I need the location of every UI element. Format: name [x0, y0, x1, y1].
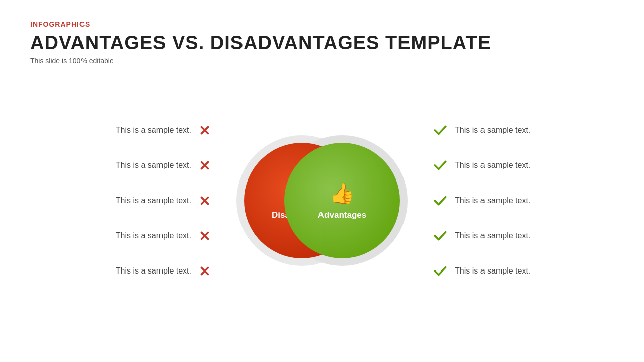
list-item: This is a sample text.: [116, 253, 211, 289]
adv-text-3: This is a sample text.: [455, 196, 530, 205]
check-icon-4: [433, 228, 448, 243]
adv-text-2: This is a sample text.: [455, 161, 530, 170]
main-title: ADVANTAGES VS. DISADVANTAGES TEMPLATE: [30, 32, 614, 54]
adv-text-4: This is a sample text.: [455, 231, 530, 240]
x-icon-1: [198, 124, 211, 137]
subtitle: This slide is 100% editable: [30, 57, 614, 65]
x-icon-4: [198, 229, 211, 242]
category-label: Infographics: [30, 20, 614, 28]
dis-text-4: This is a sample text.: [116, 231, 191, 240]
x-icon-3: [198, 194, 211, 207]
slide: Infographics ADVANTAGES VS. DISADVANTAGE…: [0, 0, 644, 362]
check-icon-3: [433, 193, 448, 208]
check-icon-1: [433, 123, 448, 138]
venn-diagram: 👎 Disadvantages 👍 Advantages: [221, 105, 423, 296]
list-item: This is a sample text.: [433, 218, 530, 253]
dis-text-3: This is a sample text.: [116, 196, 191, 205]
check-icon-5: [433, 263, 448, 279]
x-icon-2: [198, 159, 211, 172]
disadvantages-list: This is a sample text. This is a sample …: [40, 113, 211, 289]
list-item: This is a sample text.: [433, 113, 530, 148]
advantages-list: This is a sample text. This is a sample …: [433, 113, 604, 289]
list-item: This is a sample text.: [116, 113, 211, 148]
adv-text-1: This is a sample text.: [455, 126, 530, 135]
list-item: This is a sample text.: [116, 218, 211, 253]
x-icon-5: [198, 264, 211, 278]
dis-text-2: This is a sample text.: [116, 161, 191, 170]
thumbs-up-icon: 👍: [330, 182, 355, 205]
dis-text-1: This is a sample text.: [116, 126, 191, 135]
venn-advantages-circle: 👍 Advantages: [284, 143, 400, 258]
adv-text-5: This is a sample text.: [455, 266, 530, 276]
list-item: This is a sample text.: [116, 183, 211, 218]
list-item: This is a sample text.: [433, 148, 530, 183]
list-item: This is a sample text.: [433, 183, 530, 218]
list-item: This is a sample text.: [433, 253, 530, 289]
content-area: This is a sample text. This is a sample …: [30, 80, 614, 321]
list-item: This is a sample text.: [116, 148, 211, 183]
advantages-label: Advantages: [318, 210, 366, 220]
check-icon-2: [433, 158, 448, 173]
dis-text-5: This is a sample text.: [116, 266, 191, 276]
